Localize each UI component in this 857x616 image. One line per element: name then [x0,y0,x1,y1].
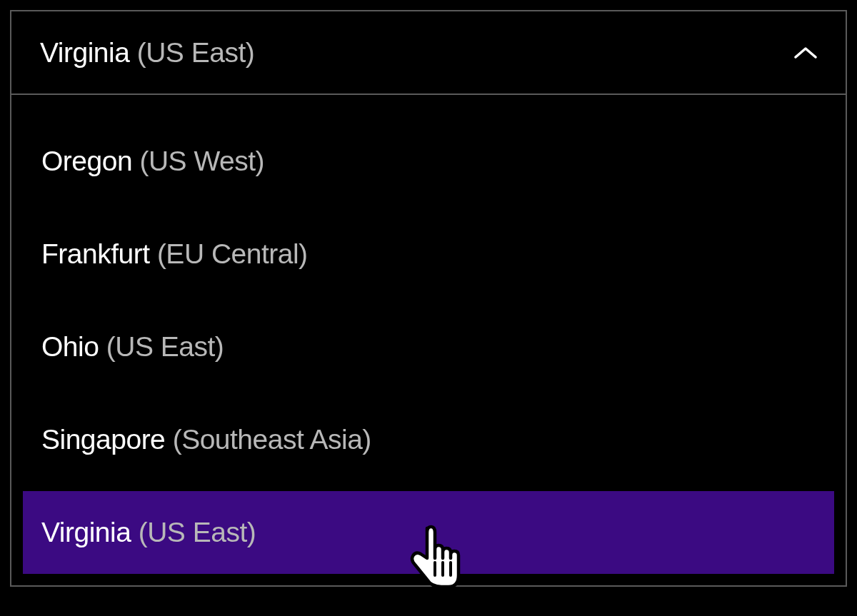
region-dropdown: Virginia (US East) Oregon (US West) Fran… [10,10,847,587]
option-secondary: (US East) [99,331,224,362]
option-label: Ohio (US East) [41,331,224,363]
selected-secondary: (US East) [129,37,254,68]
option-primary: Frankfurt [41,238,150,269]
dropdown-option-frankfurt[interactable]: Frankfurt (EU Central) [23,213,834,296]
dropdown-option-singapore[interactable]: Singapore (Southeast Asia) [23,398,834,481]
chevron-up-icon [794,46,817,59]
option-label: Virginia (US East) [41,517,256,548]
option-label: Oregon (US West) [41,146,264,177]
option-primary: Ohio [41,331,99,362]
option-primary: Singapore [41,424,165,455]
option-secondary: (Southeast Asia) [165,424,371,455]
option-label: Frankfurt (EU Central) [41,238,308,270]
option-secondary: (US East) [131,517,256,547]
dropdown-option-oregon[interactable]: Oregon (US West) [23,120,834,203]
option-secondary: (EU Central) [150,238,308,269]
option-primary: Oregon [41,146,132,176]
option-label: Singapore (Southeast Asia) [41,424,371,455]
option-secondary: (US West) [132,146,264,176]
dropdown-header[interactable]: Virginia (US East) [10,10,847,95]
dropdown-option-virginia[interactable]: Virginia (US East) [23,491,834,574]
dropdown-option-ohio[interactable]: Ohio (US East) [23,306,834,388]
selected-value: Virginia (US East) [40,37,254,69]
dropdown-list: Oregon (US West) Frankfurt (EU Central) … [10,95,847,587]
option-primary: Virginia [41,517,131,547]
selected-primary: Virginia [40,37,129,68]
